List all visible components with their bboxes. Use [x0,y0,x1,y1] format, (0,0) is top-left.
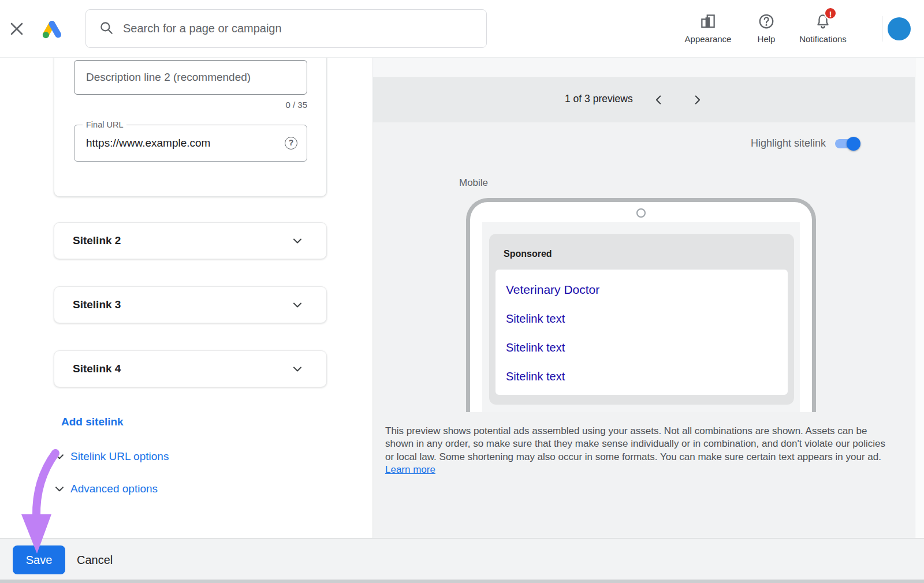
preview-top-strip [373,58,915,77]
ad-sitelink-link[interactable]: Sitelink text [506,341,565,354]
final-url-input[interactable] [74,125,307,161]
chevron-right-icon [691,94,703,106]
window-bottom-edge [0,580,924,583]
highlight-sitelink-toggle[interactable] [835,139,858,149]
sitelink-url-options-label: Sitelink URL options [70,450,169,463]
final-url-label: Final URL [83,120,126,129]
scrollbar-gutter [915,58,924,538]
sitelink-4-title: Sitelink 4 [73,362,290,375]
final-url-help-icon[interactable]: ? [285,137,297,150]
ad-sitelink-link[interactable]: Sitelink text [506,312,565,326]
description-line2-field-wrap [74,60,307,95]
phone-camera-icon [636,208,646,218]
page-search [85,9,487,48]
sitelink-url-options-toggle[interactable]: Sitelink URL options [53,450,169,463]
save-button[interactable]: Save [13,545,65,574]
chevron-down-icon [53,483,66,495]
toggle-knob [847,137,860,151]
close-icon[interactable] [7,19,27,39]
bell-icon: ! [788,12,858,31]
notifications-label: Notifications [788,34,858,44]
sitelink-2-title: Sitelink 2 [73,234,290,247]
topbar-divider [882,16,882,42]
sitelink-3-card[interactable]: Sitelink 3 [54,286,327,323]
search-icon [99,20,114,38]
learn-more-link[interactable]: Learn more [385,464,435,475]
advanced-options-toggle[interactable]: Advanced options [53,483,158,495]
preview-pager-bar: 1 of 3 previews [373,77,915,122]
ad-sitelink-link[interactable]: Sitelink text [506,370,565,383]
ad-headline-link[interactable]: Veterinary Doctor [506,283,599,297]
preview-disclaimer: This preview shows potential ads assembl… [385,425,891,476]
highlight-sitelink-label: Highlight sitelink [751,137,826,150]
phone-screen: Sponsored Veterinary Doctor Sitelink tex… [482,222,800,412]
account-avatar[interactable] [888,17,911,40]
google-ads-logo-icon[interactable] [37,14,67,44]
device-label: Mobile [459,177,488,189]
chevron-down-icon [290,362,304,376]
sitelink-3-title: Sitelink 3 [73,298,290,311]
final-url-field-wrap: Final URL ? [74,125,307,162]
sitelink-form-panel: 0 / 35 Final URL ? Sitelink 2 Sitelink 3… [0,58,372,538]
notifications-button[interactable]: ! Notifications [788,12,858,44]
chevron-left-icon [653,94,665,106]
highlight-sitelink-row: Highlight sitelink [751,137,858,150]
previous-preview-button[interactable] [650,91,668,109]
top-bar: Appearance Help ! Notifications [0,0,924,58]
next-preview-button[interactable] [688,91,706,109]
advanced-options-label: Advanced options [70,483,158,495]
chevron-down-icon [290,298,304,312]
preview-pager-text: 1 of 3 previews [565,93,633,105]
mobile-phone-mockup: Sponsored Veterinary Doctor Sitelink tex… [466,198,816,412]
sponsored-ad-block: Sponsored Veterinary Doctor Sitelink tex… [489,234,794,405]
cancel-button[interactable]: Cancel [77,545,113,574]
chevron-down-icon [290,234,304,248]
add-sitelink-link[interactable]: Add sitelink [61,416,124,428]
sitelink-4-card[interactable]: Sitelink 4 [54,350,327,387]
chevron-down-icon [53,450,66,463]
sitelink-2-card[interactable]: Sitelink 2 [54,222,327,259]
char-counter: 0 / 35 [74,100,307,110]
notification-badge: ! [824,7,837,20]
google-ads-sitelink-editor: Appearance Help ! Notifications [0,0,924,583]
ad-card: Veterinary Doctor Sitelink text Sitelink… [495,270,788,395]
sitelink-1-card: 0 / 35 Final URL ? [54,58,327,197]
footer-bar: Save Cancel [0,538,924,583]
description-line2-input[interactable] [74,61,307,94]
sponsored-label: Sponsored [504,249,552,259]
ad-preview-panel: 1 of 3 previews Highlight sitelink Mobil… [373,58,915,538]
search-input[interactable] [123,22,486,35]
disclaimer-text: This preview shows potential ads assembl… [385,425,885,462]
